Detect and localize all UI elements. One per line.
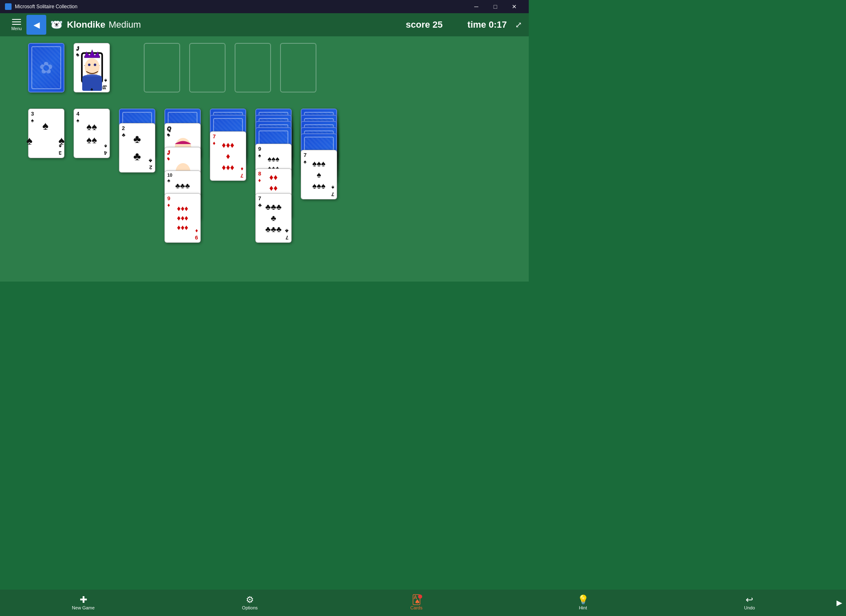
restore-button[interactable]: □	[486, 0, 505, 13]
tableau-2-card-1[interactable]: 4♠ 4♠ ♠♠ ♠♠	[74, 109, 110, 158]
time-label: time	[468, 19, 486, 30]
tableau-3-card-2[interactable]: 2♣ 2♣ ♣ ♣	[119, 123, 155, 173]
svg-text:J: J	[76, 46, 79, 52]
hamburger-icon	[12, 19, 21, 20]
header: Menu ◀ 🐻‍❄️ Klondike Medium score 25 tim…	[0, 13, 529, 36]
waste-card-king-clubs[interactable]: J♠ J♠ 🃟 ♠ J ♠ J	[74, 43, 110, 92]
score-label: score	[406, 19, 430, 30]
tableau-4-nine-diamonds[interactable]: 9♦ 9♦ ♦♦♦ ♦♦♦ ♦♦♦	[164, 193, 201, 243]
tableau-7-seven-spades[interactable]: 7♠ 7♠ ♠♠♠ ♠ ♠♠♠	[301, 150, 337, 199]
king-face: ♠ J ♠ J	[74, 43, 110, 93]
svg-point-3	[88, 64, 90, 66]
time-value: 0:17	[489, 19, 507, 30]
svg-text:J: J	[102, 84, 105, 90]
foundation-1[interactable]	[144, 43, 180, 92]
time-area: time 0:17	[468, 19, 507, 30]
score-value: 25	[433, 19, 442, 30]
hamburger-icon	[12, 21, 21, 22]
foundation-4[interactable]	[280, 43, 316, 92]
window-controls: ─ □ ✕	[467, 0, 524, 13]
tableau-6-seven-clubs[interactable]: 7♣ 7♣ ♣♣♣ ♣ ♣♣♣	[255, 193, 292, 243]
svg-text:J: J	[167, 150, 170, 156]
back-button[interactable]: ◀	[26, 15, 46, 35]
menu-button[interactable]: Menu	[7, 15, 26, 35]
titlebar: Microsoft Solitaire Collection ─ □ ✕	[0, 0, 529, 13]
svg-text:♠: ♠	[167, 132, 169, 137]
foundation-3[interactable]	[235, 43, 271, 92]
close-button[interactable]: ✕	[505, 0, 524, 13]
menu-label: Menu	[11, 26, 21, 31]
game-area: ✿ J♠ J♠ 🃟 ♠ J ♠ J	[0, 36, 529, 282]
svg-text:Q: Q	[167, 126, 171, 132]
score-area: score 25	[406, 19, 442, 30]
svg-marker-1	[84, 50, 100, 58]
stock-pile[interactable]: ✿	[28, 43, 64, 92]
minimize-button[interactable]: ─	[467, 0, 486, 13]
expand-button[interactable]: ⤢	[515, 20, 522, 30]
tableau-5-seven-diamonds[interactable]: 7♦ 7♦ ♦♦♦ ♦ ♦♦♦	[210, 131, 246, 181]
game-difficulty: Medium	[109, 19, 141, 30]
foundation-2[interactable]	[189, 43, 226, 92]
app-icon	[5, 3, 12, 10]
hamburger-icon	[12, 24, 21, 25]
bear-icon: 🐻‍❄️	[50, 19, 63, 31]
svg-text:♠: ♠	[76, 52, 78, 57]
svg-point-4	[94, 64, 96, 66]
svg-text:♦: ♦	[167, 156, 169, 161]
svg-text:♠: ♠	[90, 86, 93, 92]
app-title: Microsoft Solitaire Collection	[15, 4, 467, 9]
game-title: Klondike	[67, 19, 105, 30]
tableau-1-card-1[interactable]: 3♠ 3♠ ♠ ♠♠♠	[28, 109, 64, 158]
